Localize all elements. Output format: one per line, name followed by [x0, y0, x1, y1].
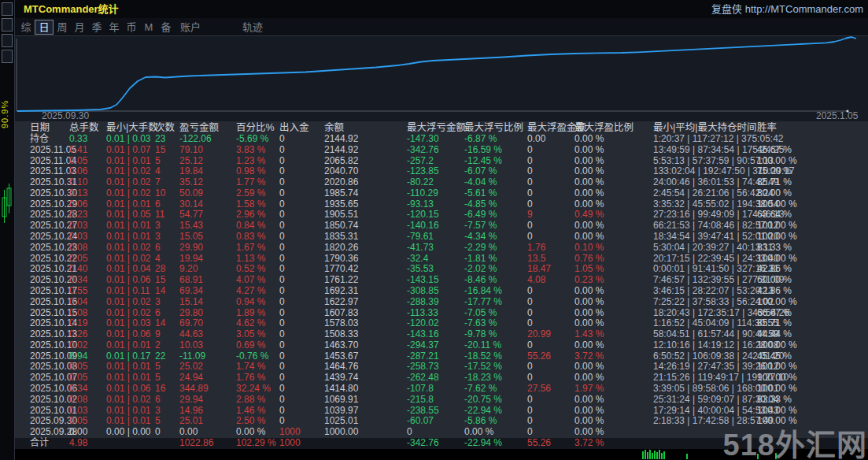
table-row[interactable]: 2025.10.150.080.01 | 0.02629.801.89 %016…	[14, 308, 868, 319]
table-row[interactable]: 2025.11.040.050.01 | 0.01525.121.23 %020…	[14, 156, 868, 167]
menu-item-周[interactable]: 周	[54, 20, 71, 34]
cell: 1000	[279, 438, 324, 449]
table-row[interactable]: 2025.10.010.030.01 | 0.01314.961.46 %010…	[14, 406, 868, 417]
menu-item-M[interactable]: M	[140, 20, 157, 34]
cell: 0	[527, 199, 574, 210]
cell: 0.00 %	[574, 145, 653, 156]
cell: 0	[527, 166, 574, 177]
col-header[interactable]: 日期	[30, 121, 69, 134]
cell: 2025.09.28	[30, 427, 69, 438]
menu-item-币[interactable]: 币	[123, 20, 140, 34]
menu-item-季[interactable]: 季	[88, 20, 105, 34]
col-header[interactable]: 最大浮盈比例	[574, 121, 653, 134]
table-row[interactable]: 2025.10.100.020.01 | 0.01210.030.69 %014…	[14, 340, 868, 351]
cell: 3.05 %	[236, 329, 279, 340]
table-row[interactable]: 2025.10.300.130.01 | 0.021050.092.59 %01…	[14, 188, 868, 199]
cell: 0	[279, 340, 324, 351]
table-row[interactable]: 2025.10.280.230.01 | 0.051154.772.96 %01…	[14, 210, 868, 221]
menu-item-综[interactable]: 综	[17, 20, 35, 34]
menu-item-日[interactable]: 日	[35, 20, 54, 35]
col-header[interactable]: 最小|平均|最大持仓时间	[653, 121, 757, 134]
cell: 25:31:24 | 59:09:07 | 87:30:04	[653, 395, 757, 406]
cell: 0	[279, 264, 324, 275]
table-row[interactable]: 2025.10.170.550.01 | 0.111469.344.27 %01…	[14, 286, 868, 297]
menu-item-月[interactable]: 月	[71, 20, 88, 34]
cell: 0.00 %	[464, 427, 527, 438]
cell: 2	[155, 340, 179, 351]
table-row[interactable]: 2025.10.060.340.01 | 0.0616344.8932.24 %…	[14, 384, 868, 395]
cell: -215.8	[407, 395, 464, 406]
table-row[interactable]: 2025.10.070.050.01 | 0.01524.941.76 %014…	[14, 373, 868, 384]
table-row[interactable]: 2025.11.030.060.01 | 0.02419.840.98 %020…	[14, 166, 868, 177]
menu-item-备[interactable]: 备	[157, 20, 175, 34]
activity-tick	[663, 451, 665, 459]
cell: 0	[527, 221, 574, 232]
table-row[interactable]: 2025.10.020.080.01 | 0.02629.942.88 %010…	[14, 395, 868, 406]
table-row[interactable]: 2025.10.080.050.01 | 0.01525.021.74 %014…	[14, 362, 868, 373]
cell: 0.01 | 0.06	[106, 384, 155, 395]
table-row[interactable]: 2025.10.230.080.01 | 0.02629.901.67 %018…	[14, 243, 868, 254]
cell: 2.59 %	[236, 188, 279, 199]
cell: 3.72 %	[574, 438, 653, 449]
cell: 0	[527, 340, 574, 351]
menu-item-年[interactable]: 年	[105, 20, 123, 34]
cell: 0.41	[69, 145, 106, 156]
table-row[interactable]: 2025.10.160.040.01 | 0.02315.140.94 %016…	[14, 297, 868, 308]
table-row[interactable]: 2025.10.290.060.01 | 0.01630.141.58 %019…	[14, 199, 868, 210]
cell: 0	[279, 166, 324, 177]
cell: 0.01 | 0.03	[106, 134, 155, 145]
table-row[interactable]: 2025.10.130.260.01 | 0.06944.633.05 %015…	[14, 329, 868, 340]
cell: 2144.92	[324, 145, 407, 156]
table-row[interactable]: 2025.10.140.190.01 | 0.031469.704.62 %01…	[14, 318, 868, 329]
cell: 0.00 %	[574, 395, 653, 406]
toolbar-button[interactable]	[2, 34, 13, 47]
col-header[interactable]: 总手数	[69, 121, 106, 134]
cell: 0	[279, 384, 324, 395]
table-row[interactable]: 2025.10.220.050.01 | 0.02419.941.13 %017…	[14, 254, 868, 265]
cell: 0	[279, 177, 324, 188]
cell: -4.34 %	[464, 232, 527, 243]
table-row[interactable]: 2025.10.310.100.01 | 0.02735.121.77 %020…	[14, 177, 868, 188]
col-header[interactable]: 最大浮亏金额	[407, 121, 464, 134]
cell: 0.01 | 0.02	[106, 297, 155, 308]
table-row[interactable]: 2025.10.240.030.01 | 0.01315.050.83 %018…	[14, 232, 868, 243]
menu-bar: 综日周月季年币M备账户轨迹	[14, 18, 868, 36]
col-header[interactable]: 胜率	[757, 121, 868, 134]
cell: -5.61 %	[464, 188, 527, 199]
cell: 0	[279, 232, 324, 243]
cell: 0.00 %	[574, 286, 653, 297]
cell: -4.04 %	[464, 177, 527, 188]
toolbar-button[interactable]	[2, 50, 13, 63]
col-header[interactable]: 盈亏金额	[179, 121, 236, 134]
table-row[interactable]: 2025.11.050.410.01 | 0.071579.103.83 %02…	[14, 145, 868, 156]
toolbar-button[interactable]	[2, 18, 13, 32]
table-row[interactable]: 2025.10.200.340.01 | 0.061568.914.07 %01…	[14, 275, 868, 286]
table-body: 持仓0.330.01 | 0.0323-122.06-5.69 %02144.9…	[14, 134, 868, 449]
cell: -41.73	[407, 243, 464, 254]
cell: 0.94 %	[236, 297, 279, 308]
cell: 0	[527, 362, 574, 373]
col-header[interactable]: 余额	[324, 121, 407, 134]
table-row[interactable]: 2025.10.210.400.01 | 0.04289.200.52 %017…	[14, 264, 868, 275]
cell: 0.01 | 0.01	[106, 373, 155, 384]
menu-item-轨迹[interactable]: 轨迹	[242, 20, 263, 34]
cell: 0.26	[69, 329, 106, 340]
table-row[interactable]: 2025.10.090.940.01 | 0.1722-11.09-0.76 %…	[14, 351, 868, 362]
col-header[interactable]: 百分比%	[236, 121, 279, 134]
cell: 0.01 | 0.02	[106, 188, 155, 199]
table-row[interactable]: 2025.10.270.030.01 | 0.01315.430.84 %018…	[14, 221, 868, 232]
col-header[interactable]: 次数	[155, 121, 179, 134]
col-header[interactable]: 最大浮盈金额	[527, 121, 574, 134]
cell: 5:30:04 | 20:39:27 | 40:13:11	[653, 243, 757, 254]
cell: 23	[155, 134, 179, 145]
brand-link[interactable]: 复盘侠 http://MTCommander.com	[711, 0, 863, 18]
col-header[interactable]: 出入金	[279, 121, 324, 134]
cell: 100.00 %	[757, 384, 868, 395]
table-row[interactable]: 持仓0.330.01 | 0.0323-122.06-5.69 %02144.9…	[14, 134, 868, 145]
menu-item-账户[interactable]: 账户	[175, 20, 206, 34]
col-header[interactable]: 最大浮亏比例	[464, 121, 527, 134]
col-header[interactable]: 最小|大手数	[106, 121, 155, 134]
toolbar-button[interactable]	[2, 2, 13, 16]
cell: 0	[279, 145, 324, 156]
mtcommander-stats-window: 90.9% MTCommander统计 复盘侠 http://MTCommand…	[0, 0, 868, 460]
